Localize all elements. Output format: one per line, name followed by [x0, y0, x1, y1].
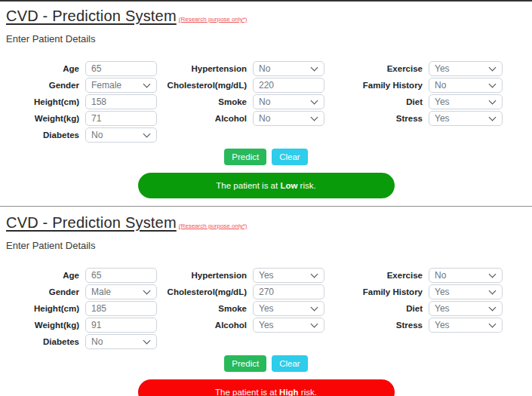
page-title: CVD - Prediction System — [6, 214, 177, 231]
field-label: Gender — [6, 81, 85, 90]
field-label: Weight(kg) — [6, 321, 85, 330]
risk-result-banner: The patient is at High risk. — [138, 379, 395, 396]
prediction-form-section: CVD - Prediction System(Research purpose… — [0, 2, 532, 206]
diabetes-select[interactable]: No — [85, 127, 157, 143]
form-field-row: Cholesterol(mg/dL) — [165, 78, 324, 93]
chevron-down-icon — [489, 320, 497, 327]
form-field-row: SmokeNo — [165, 94, 324, 109]
height-cm-input[interactable] — [85, 301, 157, 316]
field-label: Cholesterol(mg/dL) — [165, 287, 253, 296]
chevron-down-icon — [489, 97, 497, 104]
form-field-row: GenderFemale — [6, 78, 157, 93]
stress-select[interactable]: Yes — [429, 318, 503, 333]
form-field-row: Height(cm) — [6, 301, 157, 316]
cholesterol-mg-dl-input[interactable] — [253, 284, 324, 299]
select-value: Yes — [435, 63, 450, 74]
risk-level: High — [279, 388, 299, 396]
select-value: Yes — [435, 113, 450, 124]
research-note-link[interactable]: (Research purpose only*) — [179, 223, 248, 229]
exercise-select[interactable]: No — [429, 268, 503, 283]
field-label: Family History — [332, 81, 429, 90]
predict-button[interactable]: Predict — [224, 149, 266, 165]
field-label: Stress — [332, 114, 429, 123]
chevron-down-icon — [311, 97, 318, 104]
form-column: AgeGenderMaleHeight(cm)Weight(kg)Diabete… — [6, 268, 157, 351]
hypertension-select[interactable]: Yes — [253, 268, 324, 283]
field-label: Alcohol — [165, 321, 253, 330]
field-label: Hypertension — [165, 64, 253, 73]
button-row: Predict Clear — [6, 355, 526, 372]
research-note-link[interactable]: (Research purpose only*) — [179, 16, 248, 23]
field-label: Hypertension — [165, 271, 253, 280]
gender-select[interactable]: Male — [85, 284, 157, 299]
exercise-select[interactable]: Yes — [429, 61, 503, 76]
stress-select[interactable]: Yes — [429, 111, 503, 126]
diabetes-select[interactable]: No — [85, 334, 157, 349]
select-value: Yes — [259, 303, 274, 314]
alcohol-select[interactable]: No — [253, 111, 324, 126]
select-value: Yes — [435, 287, 450, 297]
sections-container: CVD - Prediction System(Research purpose… — [0, 2, 532, 396]
weight-kg-input[interactable] — [85, 111, 157, 126]
diet-select[interactable]: Yes — [429, 94, 503, 109]
smoke-select[interactable]: Yes — [253, 301, 324, 316]
form-field-row: StressYes — [332, 318, 503, 333]
prediction-form-section: CVD - Prediction System(Research purpose… — [0, 206, 532, 396]
select-value: No — [91, 336, 103, 347]
chevron-down-icon — [311, 270, 318, 278]
page-title: CVD - Prediction System — [6, 8, 177, 24]
clear-button[interactable]: Clear — [272, 149, 307, 165]
form-field-row: HypertensionYes — [165, 268, 324, 283]
form-column: ExerciseYesFamily HistoryNoDietYesStress… — [332, 61, 503, 144]
form-field-row: DietYes — [332, 301, 503, 316]
select-value: No — [259, 97, 270, 107]
form-field-row: DietYes — [332, 94, 503, 109]
clear-button[interactable]: Clear — [272, 355, 307, 372]
form-column: ExerciseNoFamily HistoryYesDietYesStress… — [332, 268, 503, 351]
chevron-down-icon — [143, 336, 151, 344]
age-input[interactable] — [85, 268, 157, 283]
title-row: CVD - Prediction System(Research purpose… — [6, 214, 526, 232]
age-input[interactable] — [85, 61, 157, 76]
form-heading: Enter Patient Details — [6, 240, 526, 251]
predict-button[interactable]: Predict — [224, 355, 266, 372]
smoke-select[interactable]: No — [253, 94, 324, 109]
form-column: HypertensionNoCholesterol(mg/dL)SmokeNoA… — [165, 61, 324, 144]
chevron-down-icon — [489, 287, 497, 294]
form-field-row: HypertensionNo — [165, 61, 324, 76]
field-label: Alcohol — [165, 114, 253, 123]
select-value: Yes — [435, 303, 450, 314]
form-heading: Enter Patient Details — [6, 33, 526, 45]
weight-kg-input[interactable] — [85, 318, 157, 333]
select-value: Yes — [435, 320, 450, 330]
family-history-select[interactable]: No — [429, 78, 503, 93]
gender-select[interactable]: Female — [85, 78, 157, 93]
field-label: Cholesterol(mg/dL) — [165, 81, 253, 90]
height-cm-input[interactable] — [85, 94, 157, 109]
field-label: Diabetes — [6, 337, 85, 346]
hypertension-select[interactable]: No — [253, 61, 324, 76]
form-field-row: Weight(kg) — [6, 111, 157, 126]
select-value: Male — [91, 287, 111, 297]
risk-prefix: The patient is at — [216, 181, 280, 190]
alcohol-select[interactable]: Yes — [253, 318, 324, 333]
family-history-select[interactable]: Yes — [429, 284, 503, 299]
risk-result-banner: The patient is at Low risk. — [138, 173, 395, 198]
form-field-row: StressYes — [332, 111, 503, 126]
form-field-row: Weight(kg) — [6, 318, 157, 333]
field-label: Age — [6, 64, 85, 73]
field-label: Diet — [332, 97, 429, 106]
field-label: Family History — [332, 287, 429, 296]
title-row: CVD - Prediction System(Research purpose… — [6, 8, 526, 25]
diet-select[interactable]: Yes — [429, 301, 503, 316]
select-value: No — [259, 63, 270, 74]
patient-form: AgeGenderMaleHeight(cm)Weight(kg)Diabete… — [6, 268, 526, 351]
form-field-row: Age — [6, 268, 157, 283]
risk-suffix: risk. — [299, 388, 317, 396]
field-label: Stress — [332, 321, 429, 330]
cholesterol-mg-dl-input[interactable] — [253, 78, 324, 93]
form-field-row: Family HistoryNo — [332, 78, 503, 93]
form-field-row: Age — [6, 61, 157, 76]
chevron-down-icon — [143, 130, 151, 137]
field-label: Smoke — [165, 97, 253, 106]
